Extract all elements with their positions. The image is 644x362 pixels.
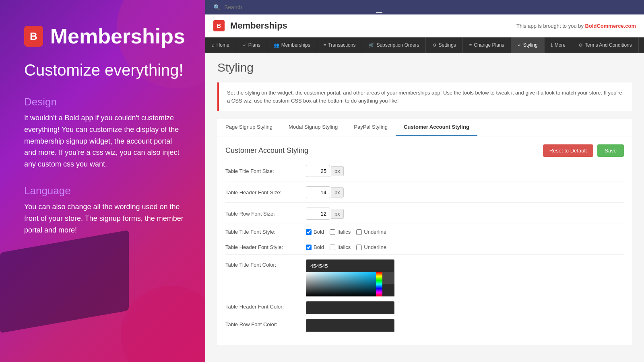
nav-plans-label: Plans: [248, 42, 260, 48]
tabs: Page Signup Styling Modal Signup Styling…: [217, 119, 632, 136]
title-bold-checkbox-label[interactable]: Bold: [306, 229, 324, 235]
nav-plans[interactable]: ✓ Plans: [236, 37, 267, 53]
title-italics-checkbox[interactable]: [330, 229, 335, 235]
nav-subscription-label: Subscription Orders: [376, 42, 419, 48]
header-underline-checkbox-label[interactable]: Underline: [356, 244, 386, 250]
table-title-font-size-input-group: px: [306, 165, 344, 177]
table-header-font-style-checkboxes: Bold Italics Underline: [306, 244, 386, 250]
more-icon: ℹ: [551, 43, 553, 48]
color-swatch-light[interactable]: [382, 272, 394, 284]
memberships-icon: 👥: [274, 43, 279, 48]
nav-terms[interactable]: ⚙ Terms And Conditions: [572, 37, 639, 53]
reset-to-default-button[interactable]: Reset to Default: [543, 144, 593, 157]
title-bold-checkbox[interactable]: [306, 229, 312, 235]
nav-change-plans[interactable]: ≡ Change Plans: [463, 37, 511, 53]
save-button[interactable]: Save: [597, 144, 624, 157]
header-bold-checkbox-label[interactable]: Bold: [306, 244, 324, 250]
transactions-icon: ≡: [324, 43, 326, 47]
right-panel: 🔍 B Memberships This app is brought to y…: [205, 0, 644, 362]
search-icon: 🔍: [213, 4, 220, 10]
tab-paypal[interactable]: PayPal Styling: [346, 119, 396, 136]
table-header-font-size-label: Table Header Font Size:: [225, 189, 306, 195]
nav-styling[interactable]: ✓ Styling: [511, 37, 545, 53]
section1-title: Design: [24, 96, 185, 108]
nav-subscription-orders[interactable]: 🛒 Subscription Orders: [362, 37, 426, 53]
logo-icon: B: [24, 26, 43, 47]
title-bold-label: Bold: [314, 229, 324, 235]
title-underline-checkbox-label[interactable]: Underline: [356, 229, 386, 235]
styling-header: Customer Account Styling Reset to Defaul…: [225, 144, 624, 157]
header-underline-label: Underline: [364, 244, 386, 250]
nav-settings-label: Settings: [438, 42, 456, 48]
color-swatch-dark[interactable]: [382, 284, 394, 296]
nav-memberships[interactable]: 👥 Memberships: [267, 37, 317, 53]
styling-actions: Reset to Default Save: [543, 144, 624, 157]
styling-section-title: Customer Account Styling: [225, 146, 308, 155]
tab-page-signup[interactable]: Page Signup Styling: [217, 119, 281, 136]
px-label-1: px: [331, 166, 344, 176]
nav-bar: ⌂ Home ✓ Plans 👥 Memberships ≡ Transacti…: [205, 37, 644, 53]
color-hex-input-header[interactable]: [306, 301, 394, 314]
table-row-font-size-label: Table Row Font Size:: [225, 211, 306, 217]
title-italics-checkbox-label[interactable]: Italics: [330, 229, 351, 235]
brought-by-text: This app is brought to you by: [516, 23, 585, 29]
title-underline-label: Underline: [364, 229, 386, 235]
header-italics-checkbox-label[interactable]: Italics: [330, 244, 351, 250]
table-title-font-size-row: Table Title Font Size: px: [225, 165, 624, 181]
table-header-font-size-input[interactable]: [306, 186, 330, 198]
nav-change-plans-label: Change Plans: [474, 42, 504, 48]
nav-memberships-label: Memberships: [281, 42, 310, 48]
nav-more[interactable]: ℹ More: [545, 37, 572, 53]
color-hue-slider[interactable]: [376, 272, 382, 296]
table-header-font-size-input-group: px: [306, 186, 344, 198]
app-header-title: Memberships: [230, 21, 287, 31]
bold-commerce-link[interactable]: BoldCommerce.com: [585, 23, 636, 29]
styling-section: Customer Account Styling Reset to Defaul…: [217, 136, 632, 345]
logo-row: B Memberships: [24, 24, 185, 48]
table-title-font-style-label: Table Title Font Style:: [225, 229, 306, 235]
section2-text: You can also change all the wording used…: [24, 201, 185, 236]
decorative-shape: [0, 230, 129, 333]
table-header-font-color-label: Table Header Font Color:: [225, 301, 306, 310]
color-input-header: [306, 301, 394, 314]
nav-home-label: Home: [217, 42, 229, 48]
nav-settings[interactable]: ⚙ Settings: [426, 37, 462, 53]
color-gradient-main[interactable]: [306, 272, 376, 296]
search-bar: 🔍: [205, 0, 644, 14]
nav-transactions-label: Transactions: [328, 42, 355, 48]
nav-more-label: More: [555, 42, 566, 48]
color-swatches: [382, 272, 394, 296]
color-hex-input-title[interactable]: [306, 259, 394, 272]
section1-text: It wouldn't a Bold app if you couldn't c…: [24, 112, 185, 170]
header-italics-label: Italics: [337, 244, 351, 250]
table-title-font-color-row: Table Title Font Color:: [225, 259, 624, 296]
color-hex-input-row[interactable]: [306, 319, 394, 332]
table-header-font-size-row: Table Header Font Size: px: [225, 186, 624, 203]
tagline: Customize everything!: [24, 60, 185, 80]
home-icon: ⌂: [212, 43, 215, 47]
table-row-font-size-row: Table Row Font Size: px: [225, 208, 624, 224]
main-content: Styling Set the styling on the widget, t…: [205, 53, 644, 362]
info-box: Set the styling on the widget, the custo…: [217, 82, 632, 111]
px-label-3: px: [331, 209, 344, 219]
header-italics-checkbox[interactable]: [330, 245, 335, 250]
table-row-font-size-input-group: px: [306, 208, 344, 220]
table-row-font-size-input[interactable]: [306, 208, 330, 220]
title-underline-checkbox[interactable]: [356, 229, 362, 235]
nav-home[interactable]: ⌂ Home: [205, 37, 236, 53]
title-italics-label: Italics: [337, 229, 351, 235]
nav-styling-label: Styling: [523, 42, 538, 48]
color-picker-title: [306, 259, 394, 296]
nav-transactions[interactable]: ≡ Transactions: [317, 37, 363, 53]
header-underline-checkbox[interactable]: [356, 245, 362, 250]
tab-modal-signup[interactable]: Modal Signup Styling: [281, 119, 346, 136]
page-title: Styling: [217, 61, 632, 74]
table-title-font-size-input[interactable]: [306, 165, 330, 177]
search-input[interactable]: [224, 4, 636, 10]
header-bold-checkbox[interactable]: [306, 245, 312, 250]
settings-icon: ⚙: [432, 43, 436, 48]
table-row-font-color-row: Table Row Font Color:: [225, 319, 624, 332]
tab-customer-account[interactable]: Customer Account Styling: [396, 119, 477, 136]
styling-icon: ✓: [518, 43, 521, 48]
plans-icon: ✓: [243, 43, 246, 48]
